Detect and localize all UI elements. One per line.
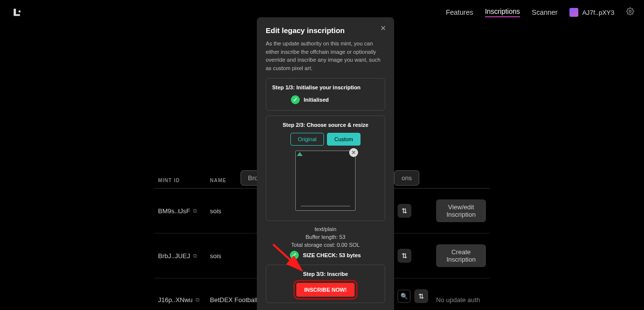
copy-icon[interactable]: ⧉ bbox=[193, 208, 197, 214]
step3-title: Step 3/3: Inscribe bbox=[272, 271, 379, 277]
svg-point-0 bbox=[629, 10, 631, 12]
tab-original[interactable]: Original bbox=[290, 133, 324, 146]
trade-icon[interactable]: ⇅ bbox=[398, 204, 411, 218]
step1-status: Initialised bbox=[304, 97, 329, 103]
nav-features[interactable]: Features bbox=[446, 8, 473, 16]
col-mint-id: MINT ID bbox=[154, 173, 206, 189]
check-icon: ✓ bbox=[290, 251, 299, 260]
modal-description: As the update authority on this mint, yo… bbox=[266, 39, 385, 72]
trade-icon[interactable]: ⇅ bbox=[414, 289, 428, 303]
user-wallet-badge[interactable]: AJ7f..pXY3 bbox=[569, 8, 614, 17]
edit-inscription-modal: ✕ Edit legacy inscription As the update … bbox=[257, 17, 394, 310]
modal-title: Edit legacy inscription bbox=[266, 26, 385, 35]
nav-scanner[interactable]: Scanner bbox=[532, 8, 558, 16]
size-check-label: SIZE CHECK: 53 bytes bbox=[303, 252, 361, 258]
step2-title: Step 2/3: Choose source & resize bbox=[272, 122, 379, 128]
image-preview: ✕ bbox=[295, 151, 356, 211]
copy-icon[interactable]: ⧉ bbox=[196, 297, 200, 303]
tab-custom[interactable]: Custom bbox=[327, 133, 361, 146]
remove-image-icon[interactable]: ✕ bbox=[349, 148, 358, 157]
storage-cost-label: Total storage cost: 0.00 SOL bbox=[266, 242, 385, 248]
search-icon[interactable]: 🔍 bbox=[398, 290, 410, 303]
app-logo[interactable] bbox=[10, 5, 25, 20]
user-wallet-short: AJ7f..pXY3 bbox=[582, 9, 614, 16]
mint-id-text: J16p..XNwu bbox=[158, 296, 193, 304]
user-avatar bbox=[569, 8, 578, 17]
actions-button[interactable]: ons bbox=[394, 170, 419, 186]
check-icon: ✓ bbox=[291, 95, 300, 104]
settings-gear-icon[interactable] bbox=[626, 7, 634, 17]
no-update-auth-label: No update auth bbox=[436, 296, 480, 304]
mint-id-text: BM9s..tJsF bbox=[158, 207, 190, 215]
view-edit-inscription-button[interactable]: View/edit Inscription bbox=[436, 199, 486, 222]
create-inscription-button[interactable]: Create Inscription bbox=[436, 244, 486, 267]
inscribe-now-button[interactable]: INSCRIBE NOW! bbox=[296, 283, 355, 297]
broken-image-icon bbox=[297, 152, 303, 156]
trade-icon[interactable]: ⇅ bbox=[398, 249, 411, 263]
nav-inscriptions[interactable]: Inscriptions bbox=[485, 7, 520, 17]
copy-icon[interactable]: ⧉ bbox=[193, 253, 197, 259]
step1-title: Step 1/3: Initialise your inscription bbox=[272, 84, 379, 90]
buffer-length-label: Buffer length: 53 bbox=[266, 234, 385, 240]
mime-type-label: text/plain bbox=[266, 226, 385, 232]
mint-id-text: BrbJ..JUEJ bbox=[158, 252, 190, 260]
close-icon[interactable]: ✕ bbox=[380, 24, 386, 32]
